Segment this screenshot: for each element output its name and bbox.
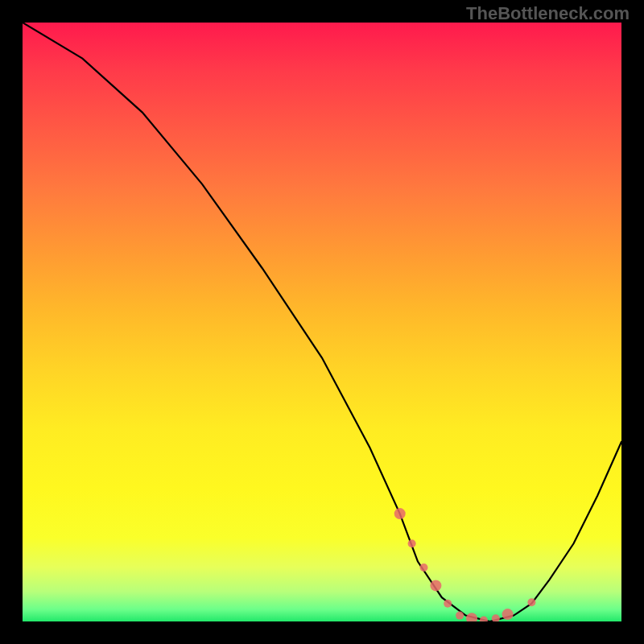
marker-dot (466, 613, 477, 621)
marker-dot (527, 598, 535, 606)
plot-area (23, 23, 621, 621)
marker-dot (456, 612, 464, 620)
marker-dot (394, 508, 406, 519)
marker-dot (480, 617, 488, 622)
chart-svg (23, 23, 621, 621)
marker-dot (444, 600, 452, 608)
watermark-text: TheBottleneck.com (466, 3, 630, 24)
curve-line (23, 23, 621, 621)
marker-dot (408, 539, 416, 547)
highlight-markers (394, 508, 536, 621)
marker-dot (492, 614, 500, 621)
marker-dot (502, 609, 514, 620)
marker-dot (420, 564, 428, 572)
marker-dot (430, 580, 441, 591)
